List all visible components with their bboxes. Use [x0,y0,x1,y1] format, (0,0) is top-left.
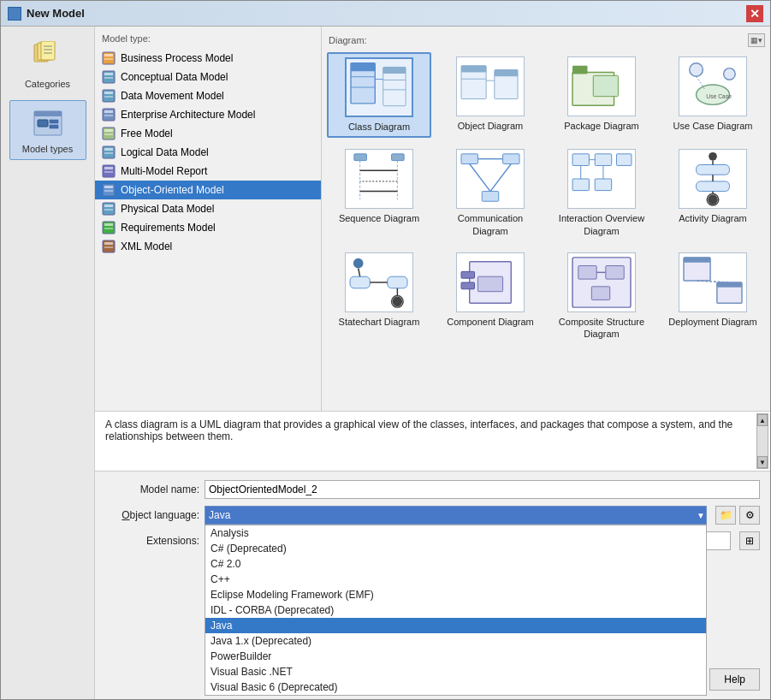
diagram-item-sequence[interactable]: Sequence Diagram [327,145,431,241]
sidebar-item-model-types[interactable]: Model types [9,100,86,160]
dropdown-item-cpp[interactable]: C++ [205,572,706,587]
model-label-req: Requirements Model [121,222,216,234]
model-icon-ldm [102,145,116,159]
model-item-req[interactable]: Requirements Model [95,218,321,237]
diagram-thumb-interaction [567,149,636,209]
dropdown-item-c-sharp-2[interactable]: C# 2.0 [205,556,706,572]
svg-rect-31 [104,171,113,173]
diagram-name-usecase: Use Case Diagram [673,120,753,132]
model-name-input[interactable] [205,480,760,499]
svg-rect-80 [572,154,589,166]
model-item-xml[interactable]: XML Model [95,237,321,256]
model-item-frm[interactable]: Free Model [95,124,321,143]
diagram-name-class: Class Diagram [348,121,410,133]
model-item-bpm[interactable]: Business Process Model [95,49,321,68]
model-item-mmr[interactable]: Multi-Model Report [95,162,321,181]
svg-rect-91 [697,181,730,192]
window-icon [8,7,21,21]
diagram-thumb-deployment [679,252,747,312]
object-language-select-wrapper: Java ▼ AnalysisC# (Deprecated)C# 2.0C++E… [205,506,707,525]
extensions-browse-button[interactable]: ⊞ [739,531,760,550]
model-label-eam: Enterprise Architecture Model [121,109,255,121]
model-item-eam[interactable]: Enterprise Architecture Model [95,105,321,124]
dropdown-item-emf[interactable]: Eclipse Modeling Framework (EMF) [205,587,706,602]
diagram-item-usecase[interactable]: Use Case Use Case Diagram [661,52,765,138]
new-model-window: New Model ✕ Categories [0,0,771,700]
diagram-item-composite[interactable]: Composite Structure Diagram [549,248,654,345]
diagram-name-object: Object Diagram [458,120,523,132]
content-area: Categories Model types [1,27,770,699]
diagram-item-object[interactable]: Object Diagram [438,52,543,138]
model-name-label: Model name: [105,483,199,495]
svg-rect-19 [104,96,113,98]
model-label-dmm: Data Movement Model [121,90,224,102]
model-label-xml: XML Model [121,240,172,252]
description-area: A class diagram is a UML diagram that pr… [95,412,770,472]
svg-rect-8 [38,120,48,127]
svg-rect-54 [461,66,486,73]
diagram-thumb-sequence [345,149,413,209]
model-label-oom: Object-Oriented Model [121,184,224,196]
dropdown-item-powerbuilder[interactable]: PowerBuilder [205,649,706,664]
description-text: A class diagram is a UML diagram that pr… [105,418,732,442]
description-scrollbar[interactable]: ▲ ▼ [756,413,768,469]
svg-rect-114 [684,258,710,263]
close-button[interactable]: ✕ [746,5,763,22]
model-label-bpm: Business Process Model [121,52,233,64]
diagram-name-sequence: Sequence Diagram [339,212,419,224]
dropdown-item-vb2005[interactable]: Visual Basic 2005 (Deprecated) [205,695,706,696]
diagram-item-package[interactable]: Package Diagram [549,52,654,138]
diagram-item-communication[interactable]: Communication Diagram [438,145,543,241]
model-item-pdm[interactable]: Physical Data Model [95,199,321,218]
help-button[interactable]: Help [709,668,760,691]
browse-button[interactable]: 📁 [715,506,736,525]
svg-rect-107 [477,276,502,291]
diagram-grid: Class Diagram Object Diagram Package Dia… [327,52,765,344]
diagram-thumb-class [345,57,413,117]
model-item-dmm[interactable]: Data Movement Model [95,86,321,105]
diagram-item-activity[interactable]: Activity Diagram [661,145,765,241]
model-icon-oom [102,183,116,197]
diagram-thumb-component [456,252,525,312]
categories-label: Categories [25,79,70,89]
svg-rect-60 [572,66,587,74]
svg-rect-15 [104,73,113,75]
dropdown-item-c-sharp-dep[interactable]: C# (Deprecated) [205,541,706,556]
dropdown-item-analysis[interactable]: Analysis [205,525,706,541]
diagram-name-component: Component Diagram [447,316,534,328]
svg-rect-84 [595,179,611,191]
model-item-ldm[interactable]: Logical Data Model [95,143,321,162]
diagram-item-class[interactable]: Class Diagram [327,52,431,138]
svg-point-101 [394,297,402,306]
model-icon-bpm [102,51,116,65]
model-icon-mmr [102,164,116,178]
svg-rect-2 [41,41,55,60]
diagram-item-component[interactable]: Component Diagram [438,248,543,345]
svg-line-99 [359,268,360,276]
top-section: Model type: Business Process Model Conce… [95,27,770,412]
svg-rect-39 [104,223,113,226]
diagram-item-statechart[interactable]: Statechart Diagram [327,248,431,345]
diagram-view-toggle[interactable]: ▦▾ [748,33,765,47]
svg-rect-37 [104,209,113,211]
model-item-cdm[interactable]: Conceptual Data Model [95,68,321,86]
object-language-row: Object language: Java ▼ AnalysisC# (Depr… [105,506,760,525]
svg-rect-27 [104,148,113,151]
svg-rect-89 [697,165,730,175]
object-language-select[interactable]: Java ▼ [205,506,707,525]
svg-line-78 [470,164,490,192]
diagram-item-deployment[interactable]: Deployment Diagram [661,248,765,345]
dropdown-item-vbnet[interactable]: Visual Basic .NET [205,664,706,679]
svg-rect-43 [104,246,113,248]
categories-icon [31,41,65,75]
dropdown-item-java1x[interactable]: Java 1.x (Deprecated) [205,633,706,649]
model-types-label: Model types [22,144,73,154]
dropdown-item-vb6[interactable]: Visual Basic 6 (Deprecated) [205,679,706,695]
dropdown-item-java[interactable]: Java [205,618,706,633]
diagram-item-interaction[interactable]: Interaction Overview Diagram [549,145,654,241]
model-item-oom[interactable]: Object-Oriented Model [95,181,321,199]
properties-button[interactable]: ⚙ [739,506,760,525]
sidebar-item-categories[interactable]: Categories [9,35,86,95]
svg-rect-13 [104,58,113,60]
dropdown-item-idl[interactable]: IDL - CORBA (Deprecated) [205,602,706,618]
